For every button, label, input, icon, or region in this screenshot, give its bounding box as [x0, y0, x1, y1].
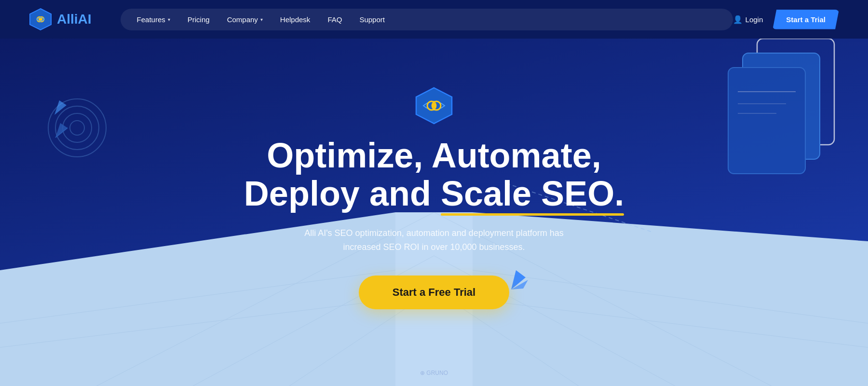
- navbar: AlliAI Features ▾ Pricing Company ▾ Help…: [0, 0, 868, 39]
- watermark: ⊕ GRUNO: [420, 370, 448, 376]
- features-arrow-icon: ▾: [168, 17, 170, 22]
- svg-point-40: [432, 103, 436, 108]
- nav-pricing[interactable]: Pricing: [181, 13, 217, 27]
- hero-content: Optimize, Automate, Deploy and Scale SEO…: [0, 39, 868, 386]
- company-arrow-icon: ▾: [260, 17, 263, 22]
- start-trial-button[interactable]: Start a Trial: [773, 10, 839, 29]
- logo-icon: [29, 8, 52, 31]
- hero-title: Optimize, Automate, Deploy and Scale SEO…: [244, 137, 624, 213]
- logo-text: AlliAI: [57, 12, 92, 27]
- nav-helpdesk[interactable]: Helpdesk: [273, 13, 317, 27]
- login-button[interactable]: 👤 Login: [733, 15, 763, 24]
- hero-section: AlliAI Features ▾ Pricing Company ▾ Help…: [0, 0, 868, 386]
- free-trial-button[interactable]: Start a Free Trial: [359, 276, 509, 309]
- svg-point-35: [39, 18, 42, 21]
- hero-logo-icon: [415, 86, 453, 125]
- logo[interactable]: AlliAI: [29, 8, 92, 31]
- user-icon: 👤: [733, 15, 743, 24]
- nav-right: 👤 Login Start a Trial: [733, 10, 839, 29]
- nav-faq[interactable]: FAQ: [321, 13, 349, 27]
- nav-company[interactable]: Company ▾: [220, 13, 270, 27]
- nav-support[interactable]: Support: [353, 13, 392, 27]
- hero-title-highlight: Scale SEO.: [441, 175, 624, 213]
- hero-title-line2: Deploy and Scale SEO.: [244, 174, 624, 213]
- nav-features[interactable]: Features ▾: [130, 13, 177, 27]
- nav-links-container: Features ▾ Pricing Company ▾ Helpdesk FA…: [121, 9, 733, 30]
- hero-subtitle: Alli AI's SEO optimization, automation a…: [294, 226, 574, 254]
